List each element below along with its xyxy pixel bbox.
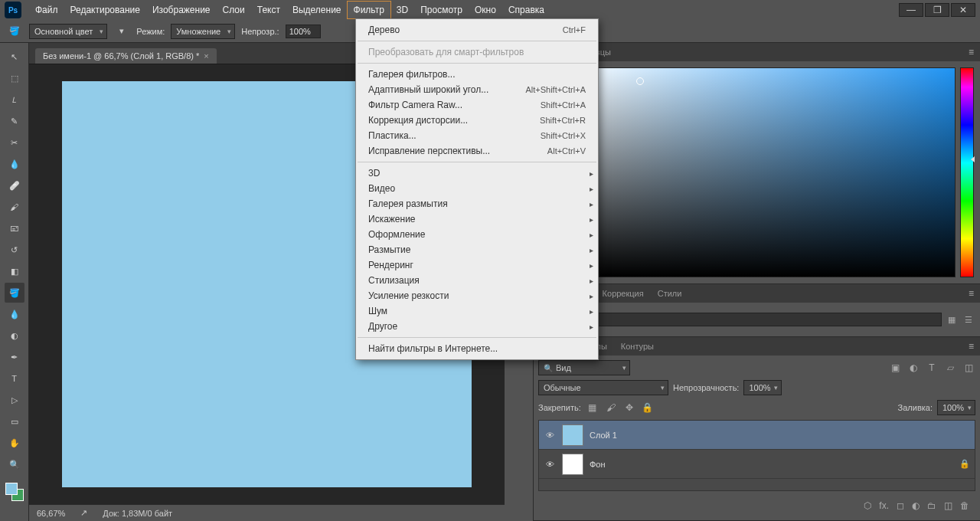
blend-mode-dropdown[interactable]: Обычные (538, 380, 668, 395)
panel-menu-icon[interactable]: ≡ (965, 288, 977, 299)
layer-item[interactable]: 👁 Фон 🔒 (539, 450, 975, 479)
export-icon[interactable]: ↗ (80, 508, 87, 518)
lock-position-icon[interactable]: ✥ (622, 401, 636, 415)
menu-item-convert-smart[interactable]: Преобразовать для смарт-фильтров (356, 44, 598, 60)
menu-item-submenu[interactable]: Другое (356, 319, 598, 334)
hue-slider[interactable] (960, 67, 974, 277)
close-button[interactable]: ✕ (951, 3, 975, 17)
fill-input[interactable]: 100% (937, 400, 975, 415)
list-view-icon[interactable]: ☰ (962, 313, 975, 326)
menu-item[interactable]: Фильтр Camera Raw...Shift+Ctrl+A (356, 97, 598, 113)
link-layers-icon[interactable]: ⬡ (864, 500, 871, 511)
hand-tool[interactable]: ✋ (5, 433, 24, 453)
menu-help[interactable]: Справка (502, 2, 550, 18)
pattern-picker-icon[interactable]: ▾ (113, 23, 130, 40)
crop-tool[interactable]: ✂ (5, 133, 24, 152)
menu-item-submenu[interactable]: Галерея размытия (356, 196, 598, 211)
grid-view-icon[interactable]: ▦ (945, 313, 959, 326)
delete-layer-icon[interactable]: 🗑 (960, 500, 969, 511)
close-tab-icon[interactable]: × (204, 51, 208, 61)
path-select-tool[interactable]: ▷ (5, 390, 24, 410)
menu-item-submenu[interactable]: 3D (356, 165, 598, 181)
type-tool[interactable]: T (5, 369, 24, 388)
filter-adjust-icon[interactable]: ◐ (906, 361, 920, 375)
lock-brush-icon[interactable]: 🖌 (604, 401, 618, 415)
layer-item[interactable]: 👁 Слой 1 (539, 421, 975, 450)
layer-thumbnail[interactable] (562, 424, 583, 446)
lock-all-icon[interactable]: 🔒 (641, 401, 655, 415)
marquee-tool[interactable]: ⬚ (5, 68, 24, 88)
menu-item[interactable]: Коррекция дисторсии...Shift+Ctrl+R (356, 113, 598, 128)
dodge-tool[interactable]: ◐ (5, 326, 24, 346)
menu-item-browse-filters[interactable]: Найти фильтры в Интернете... (356, 341, 598, 356)
menu-image[interactable]: Изображение (146, 2, 217, 18)
menu-text[interactable]: Текст (251, 2, 286, 18)
menu-item-submenu[interactable]: Стилизация (356, 273, 598, 288)
quick-select-tool[interactable]: ✎ (5, 111, 24, 131)
menu-item-submenu[interactable]: Оформление (356, 227, 598, 242)
visibility-icon[interactable]: 👁 (544, 460, 556, 469)
adjustment-icon[interactable]: ◐ (912, 500, 920, 511)
document-tab[interactable]: Без имени-1 @ 66,7% (Слой 1, RGB/8) * × (35, 48, 217, 64)
history-brush-tool[interactable]: ↺ (5, 240, 24, 260)
bucket-tool[interactable]: 🪣 (5, 283, 24, 303)
menu-layers[interactable]: Слои (217, 2, 251, 18)
menu-item-submenu[interactable]: Усиление резкости (356, 288, 598, 303)
layer-name[interactable]: Слой 1 (590, 431, 617, 440)
blend-mode-dropdown[interactable]: Умножение (171, 24, 235, 39)
mask-icon[interactable]: ◻ (897, 500, 904, 511)
filter-type-icon[interactable]: T (925, 361, 939, 375)
panel-menu-icon[interactable]: ≡ (965, 47, 977, 57)
tab-adjustments[interactable]: Коррекция (596, 287, 650, 300)
minimize-button[interactable]: — (899, 3, 923, 17)
eraser-tool[interactable]: ◧ (5, 261, 24, 281)
menu-3d[interactable]: 3D (390, 2, 414, 18)
menu-item-submenu[interactable]: Искажение (356, 211, 598, 227)
menu-select[interactable]: Выделение (286, 2, 348, 18)
menu-item[interactable]: Галерея фильтров... (356, 67, 598, 82)
menu-window[interactable]: Окно (469, 2, 502, 18)
menu-file[interactable]: Файл (29, 2, 64, 18)
healing-tool[interactable]: 🩹 (5, 175, 24, 195)
visibility-icon[interactable]: 👁 (544, 431, 556, 440)
rectangle-tool[interactable]: ▭ (5, 411, 24, 431)
blur-tool[interactable]: 💧 (5, 304, 24, 324)
maximize-button[interactable]: ❐ (925, 3, 949, 17)
zoom-tool[interactable]: 🔍 (5, 454, 24, 474)
menu-item-submenu[interactable]: Видео (356, 181, 598, 196)
menu-item-submenu[interactable]: Размытие (356, 242, 598, 257)
menu-item[interactable]: Пластика...Shift+Ctrl+X (356, 128, 598, 143)
move-tool[interactable]: ↖ (5, 47, 24, 67)
foreground-dropdown[interactable]: Основной цвет (29, 24, 107, 39)
panel-menu-icon[interactable]: ≡ (965, 341, 977, 352)
group-icon[interactable]: 🗀 (927, 500, 936, 511)
layer-thumbnail[interactable] (562, 454, 583, 475)
menu-item-submenu[interactable]: Рендеринг (356, 257, 598, 273)
color-field[interactable] (563, 67, 956, 277)
tab-paths[interactable]: Контуры (615, 339, 660, 353)
layer-name[interactable]: Фон (590, 460, 606, 469)
menu-item[interactable]: Адаптивный широкий угол...Alt+Shift+Ctrl… (356, 82, 598, 97)
stamp-tool[interactable]: 🖃 (5, 218, 24, 238)
tab-styles[interactable]: Стили (652, 287, 688, 300)
menu-item-last-filter[interactable]: Дерево Ctrl+F (356, 22, 598, 38)
filter-smart-icon[interactable]: ◫ (962, 361, 975, 375)
brush-tool[interactable]: 🖌 (5, 197, 24, 217)
menu-filter[interactable]: Фильтр (348, 2, 390, 18)
layer-opacity-input[interactable]: 100% (743, 380, 782, 395)
menu-item-submenu[interactable]: Шум (356, 303, 598, 319)
eyedropper-tool[interactable]: 💧 (5, 154, 24, 174)
pen-tool[interactable]: ✒ (5, 347, 24, 367)
menu-edit[interactable]: Редактирование (64, 2, 146, 18)
opacity-input[interactable] (286, 25, 321, 38)
lock-pixels-icon[interactable]: ▦ (586, 401, 599, 415)
color-swatch[interactable] (5, 483, 24, 501)
new-layer-icon[interactable]: ◫ (944, 500, 952, 511)
lasso-tool[interactable]: 𝘓 (5, 90, 24, 110)
filter-shape-icon[interactable]: ▱ (943, 361, 957, 375)
library-dropdown[interactable] (538, 313, 942, 326)
menu-item[interactable]: Исправление перспективы...Alt+Ctrl+V (356, 143, 598, 159)
filter-image-icon[interactable]: ▣ (888, 361, 902, 375)
layer-filter-dropdown[interactable]: Вид (538, 360, 630, 375)
fx-icon[interactable]: fx. (879, 500, 889, 511)
